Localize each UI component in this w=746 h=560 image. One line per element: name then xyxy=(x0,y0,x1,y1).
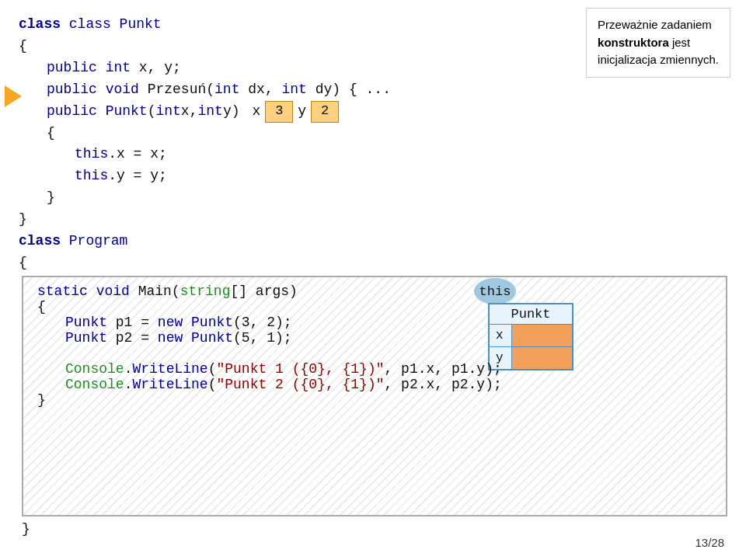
code-line-brace2: { xyxy=(47,123,727,144)
code-inside: static void Main(string[] args) { Punkt … xyxy=(22,276,727,517)
x-value-box: 3 xyxy=(265,101,293,123)
code-console1: Console.WriteLine("Punkt 1 ({0}, {1})", … xyxy=(65,361,712,377)
kw-class1: class xyxy=(19,16,69,32)
code-line-class-program: class Program xyxy=(19,231,727,252)
code-line-brace5: { xyxy=(19,252,727,274)
code-block: class class Punkt { public int x, y; pub… xyxy=(19,14,727,274)
code-line-thisy: this.y = y; xyxy=(75,165,727,187)
code-p2: Punkt p2 = new Punkt(5, 1); xyxy=(65,330,712,346)
code-line-pubint: public int x, y; xyxy=(47,57,727,79)
code-line-brace4: } xyxy=(19,209,727,231)
code-p1: Punkt p1 = new Punkt(3, 2); xyxy=(65,315,712,330)
xy-container: x 3 y 2 xyxy=(252,101,339,123)
y-value-box: 2 xyxy=(311,101,339,123)
closing-braces: } xyxy=(22,521,30,537)
code-static: static void Main(string[] args) xyxy=(37,283,712,299)
code-line-thisx: this.x = x; xyxy=(75,144,727,165)
code-line-pubvoid: public void Przesuń(int dx, int dy) { ..… xyxy=(47,79,727,101)
code-line-pubpunkt: public Punkt(int x, int y) x 3 y 2 xyxy=(47,101,727,123)
code-line-brace3: } xyxy=(47,187,727,209)
code-line-class-punkt: class class Punkt xyxy=(19,14,727,36)
main-content: class class Punkt { public int x, y; pub… xyxy=(0,0,746,288)
code-line-brace1: { xyxy=(19,36,727,57)
x-label: x xyxy=(252,101,260,123)
y-label: y xyxy=(298,101,306,123)
code-brace6: { xyxy=(37,299,712,315)
page-number: 13/28 xyxy=(695,536,724,549)
page-label: 13/28 xyxy=(695,536,724,549)
code-console2: Console.WriteLine("Punkt 2 ({0}, {1})", … xyxy=(65,377,712,392)
code-brace7: } xyxy=(37,392,712,408)
cn-punkt: class Punkt xyxy=(69,16,162,32)
code-blank xyxy=(37,346,712,361)
